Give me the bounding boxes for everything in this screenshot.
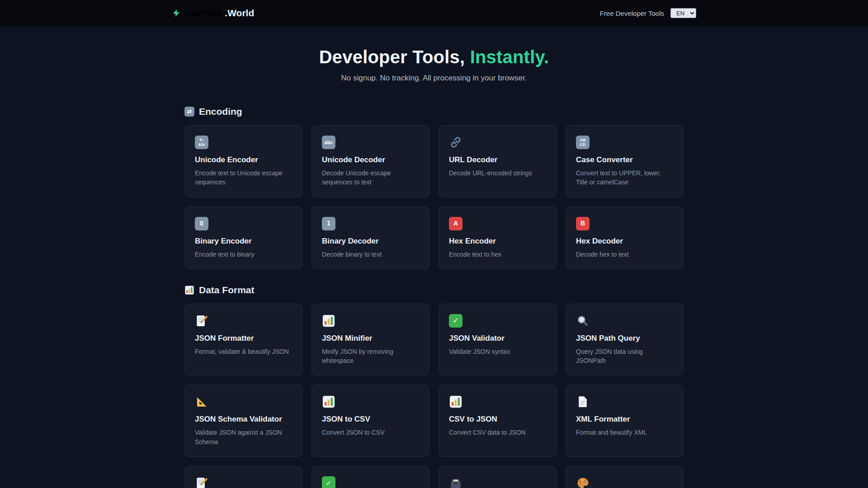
brand-logo[interactable]: DevTool.World [172, 8, 254, 19]
tool-section: ⇄ Encoding Ŧ♪&% Unicode Encoder Encode t… [184, 106, 684, 269]
tool-description: Convert text to UPPER, lower, Title or c… [576, 169, 673, 187]
header-inner: DevTool.World Free Developer Tools EN [172, 8, 696, 19]
tool-card[interactable]: XML Formatter Format and beautify XML [566, 385, 684, 457]
brand-name-primary: DevTool [184, 8, 221, 19]
tool-card[interactable] [439, 466, 557, 488]
tool-description: Decode URL-encoded strings [449, 169, 546, 178]
tools-grid: JSON Formatter Format, validate & beauti… [184, 304, 684, 488]
lightning-bolt-icon [172, 9, 181, 18]
tool-title: Unicode Encoder [195, 155, 292, 164]
brand-name-secondary: .World [225, 8, 254, 19]
tool-description: Validate JSON syntax [449, 347, 546, 356]
memo-icon [195, 314, 208, 328]
arrows-cycle-icon: ⇄ [184, 107, 194, 117]
tool-title: Binary Decoder [322, 237, 419, 246]
tool-description: Encode text to hex [449, 250, 546, 259]
letter-b-icon: B [576, 217, 590, 230]
card-file-box-icon [449, 476, 462, 488]
tool-description: Decode Unicode escape sequences to text [322, 169, 419, 187]
tool-card[interactable]: JSON Schema Validator Validate JSON agai… [184, 385, 302, 457]
tool-description: Convert CSV data to JSON [449, 428, 546, 437]
tool-title: Binary Encoder [195, 237, 292, 246]
page-title: Developer Tools, Instantly. [0, 47, 868, 67]
tool-card[interactable]: 1 Binary Decoder Decode binary to text [311, 206, 429, 269]
section-header: ⇄ Encoding [184, 106, 684, 117]
magnifier-icon [576, 314, 590, 328]
link-icon [449, 136, 462, 149]
tool-card[interactable]: abc Unicode Decoder Decode Unicode escap… [311, 125, 429, 197]
section-title: Encoding [199, 106, 242, 117]
tool-title: Hex Encoder [449, 237, 546, 246]
tool-card[interactable]: JSON Formatter Format, validate & beauti… [184, 304, 302, 376]
tool-card[interactable]: B Hex Decoder Decode hex to text [566, 206, 684, 269]
tool-description: Encode text to Unicode escape sequences [195, 169, 292, 187]
tool-section: Data Format JSON Formatter Format, valid… [184, 285, 684, 488]
tool-card[interactable]: ✓ [311, 466, 429, 488]
hero: Developer Tools, Instantly. No signup. N… [0, 26, 868, 101]
tool-title: CSV to JSON [449, 415, 546, 424]
check-mark-icon: ✓ [322, 476, 335, 488]
tool-card[interactable]: Ŧ♪&% Unicode Encoder Encode text to Unic… [184, 125, 302, 197]
tool-title: JSON Schema Validator [195, 415, 292, 424]
tool-description: Format, validate & beautify JSON [195, 347, 292, 356]
tool-description: Format and beautify XML [576, 428, 673, 437]
palette-icon [576, 476, 590, 488]
bar-chart-icon [322, 314, 335, 328]
tool-card[interactable]: CSV to JSON Convert CSV data to JSON [439, 385, 557, 457]
tool-description: Validate JSON against a JSON Schema [195, 428, 292, 446]
tool-card[interactable]: 0 Binary Encoder Encode text to binary [184, 206, 302, 269]
input-symbols-icon: Ŧ♪&% [195, 136, 208, 149]
language-select[interactable]: EN [670, 8, 696, 18]
tool-description: Convert JSON to CSV [322, 428, 419, 437]
tool-description: Minify JSON by removing whitespace [322, 347, 419, 366]
tool-card[interactable]: A Hex Encoder Encode text to hex [439, 206, 557, 269]
header-tagline: Free Developer Tools [600, 9, 664, 17]
letter-a-icon: A [449, 217, 462, 230]
tool-description: Decode binary to text [322, 250, 419, 259]
tool-card[interactable]: ✓ JSON Validator Validate JSON syntax [439, 304, 557, 376]
tool-card[interactable]: JSON Minifier Minify JSON by removing wh… [311, 304, 429, 376]
keycap-zero-icon: 0 [195, 217, 208, 230]
keycap-one-icon: 1 [322, 217, 335, 230]
page-title-main: Developer Tools, [319, 47, 465, 67]
bar-chart-icon [449, 395, 462, 408]
tool-title: JSON to CSV [322, 415, 419, 424]
section-title: Data Format [199, 285, 255, 296]
header-right: Free Developer Tools EN [600, 8, 696, 18]
tool-title: JSON Validator [449, 334, 546, 343]
tool-title: JSON Formatter [195, 334, 292, 343]
tool-title: JSON Minifier [322, 334, 419, 343]
check-mark-icon: ✓ [449, 314, 462, 328]
tool-title: Unicode Decoder [322, 155, 419, 164]
tool-card[interactable] [184, 466, 302, 488]
tool-title: URL Decoder [449, 155, 546, 164]
tool-description: Decode hex to text [576, 250, 673, 259]
tool-card[interactable]: URL Decoder Decode URL-encoded strings [439, 125, 557, 197]
tool-sections: ⇄ Encoding Ŧ♪&% Unicode Encoder Encode t… [184, 106, 684, 488]
page-subtitle: No signup. No tracking. All processing i… [0, 74, 868, 83]
tool-card[interactable] [566, 466, 684, 488]
abc-icon: abc [322, 136, 335, 149]
tool-title: Hex Decoder [576, 237, 673, 246]
page-icon [576, 395, 590, 408]
input-letters-icon: ABCD [576, 136, 590, 149]
tool-card[interactable]: ABCD Case Converter Convert text to UPPE… [566, 125, 684, 197]
tool-title: JSON Path Query [576, 334, 673, 343]
tool-description: Query JSON data using JSONPath [576, 347, 673, 366]
tool-title: Case Converter [576, 155, 673, 164]
header: DevTool.World Free Developer Tools EN [0, 0, 868, 26]
tool-description: Encode text to binary [195, 250, 292, 259]
tools-grid: Ŧ♪&% Unicode Encoder Encode text to Unic… [184, 125, 684, 269]
section-header: Data Format [184, 285, 684, 296]
bar-chart-icon [322, 395, 335, 408]
tool-card[interactable]: JSON Path Query Query JSON data using JS… [566, 304, 684, 376]
bar-chart-icon [184, 285, 194, 295]
page-title-accent: Instantly. [470, 47, 549, 67]
tool-title: XML Formatter [576, 415, 673, 424]
tool-card[interactable]: JSON to CSV Convert JSON to CSV [311, 385, 429, 457]
triangle-ruler-icon [195, 395, 208, 408]
memo-icon [195, 476, 208, 488]
